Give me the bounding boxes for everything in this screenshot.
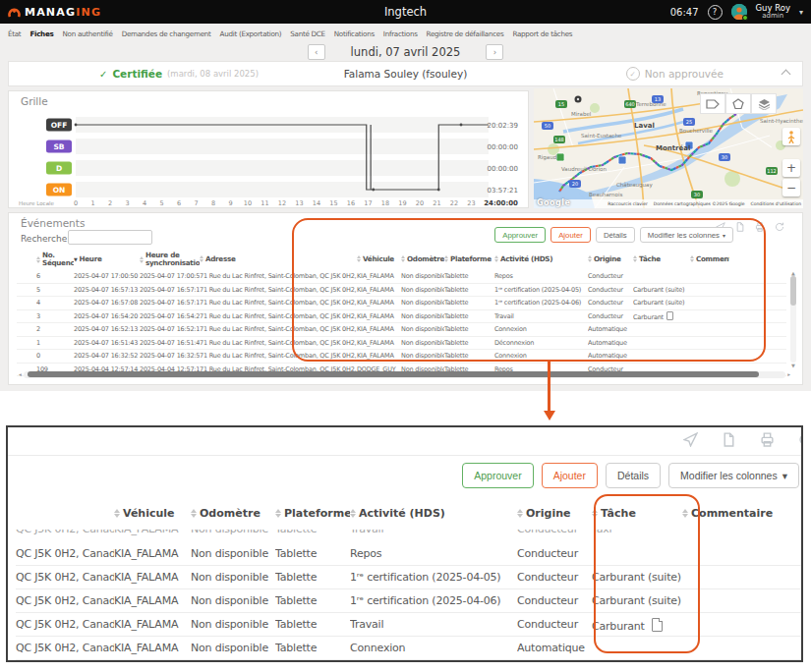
modifier-les-colonnes-button-inset[interactable]: Modifier les colonnes▾ (668, 463, 799, 488)
user-menu[interactable]: Guy Roy admin (756, 4, 790, 20)
table-row[interactable]: 42025-04-07 16:57:082025-04-07 16:57:147… (17, 297, 786, 310)
table-row[interactable]: 32025-04-07 16:54:202025-04-07 16:54:217… (17, 310, 786, 324)
sort-icon[interactable] (357, 255, 361, 262)
pdf-export-icon[interactable] (722, 432, 736, 451)
document-icon[interactable] (666, 311, 673, 320)
column-header-commentaire[interactable]: Commentaire (690, 255, 729, 263)
pdf-export-icon[interactable] (735, 217, 745, 236)
approuver-button-inset[interactable]: Approuver (462, 463, 533, 488)
approuver-button[interactable]: Approuver (494, 227, 546, 243)
print-icon[interactable] (760, 432, 775, 451)
ajouter-button-inset[interactable]: Ajouter (542, 463, 598, 488)
next-day-button[interactable]: › (486, 44, 503, 60)
sort-icon[interactable] (275, 509, 281, 518)
scroll-right-icon[interactable]: ▸ (787, 371, 790, 377)
sort-icon[interactable] (588, 255, 592, 262)
scroll-down-icon[interactable]: ▼ (791, 363, 795, 368)
avatar[interactable] (731, 4, 747, 20)
table-row[interactable]: 22025-04-07 16:52:132025-04-07 16:52:137… (17, 323, 786, 337)
map-label-tool-button[interactable] (700, 93, 725, 114)
d-tails-button-inset[interactable]: Détails (606, 463, 661, 488)
column-header-activite[interactable]: Activité (HDS) (494, 255, 588, 263)
sort-icon[interactable] (682, 509, 688, 518)
nav-item-7[interactable]: Infractions (383, 29, 418, 38)
column-header-origine[interactable]: Origine (588, 255, 633, 263)
column-header-adresse[interactable]: Adresse (200, 255, 357, 263)
map-attribution-link[interactable]: Données cartographiques ©2025 Google (654, 201, 745, 206)
map-attribution-link[interactable]: Conditions d'utilisation (751, 201, 801, 206)
nav-item-0[interactable]: État (8, 29, 21, 38)
sort-icon[interactable] (401, 255, 405, 262)
nav-item-4[interactable]: Audit (Exportation) (220, 29, 282, 38)
ajouter-button[interactable]: Ajouter (550, 227, 591, 243)
inset-table-row[interactable]: QC J5K 0H2, CanadaKIA_FALAMANon disponib… (16, 637, 801, 660)
brand-logo[interactable]: MANAGING (8, 0, 101, 24)
inset-table-row[interactable]: QC J5K 0H2, CanadaKIA_FALAMANon disponib… (16, 542, 801, 566)
table-row[interactable]: 02025-04-07 16:32:522025-04-07 16:32:537… (17, 350, 786, 364)
send-icon[interactable] (683, 432, 698, 451)
refresh-icon[interactable] (775, 217, 784, 236)
sort-icon[interactable] (114, 509, 120, 518)
table-row[interactable]: 62025-04-07 17:00:502025-04-07 17:00:517… (17, 270, 786, 284)
map-polygon-tool-button[interactable] (725, 93, 751, 114)
column-header-plateforme[interactable]: Plateforme (444, 255, 494, 263)
column-header-seq[interactable]: No. Séquence (36, 252, 74, 267)
inset-column-header[interactable]: Origine (517, 507, 592, 520)
sort-icon[interactable] (200, 255, 203, 262)
nav-item-6[interactable]: Notifications (334, 29, 375, 38)
column-header-odometre[interactable]: Odomètre (401, 255, 444, 263)
collapse-chevron-icon[interactable] (782, 71, 790, 79)
inset-table-row[interactable]: QC J5K 0H2, CanadaKIA_FALAMANon disponib… (16, 589, 801, 613)
nav-item-8[interactable]: Registre de défaillances (427, 29, 504, 38)
sort-icon[interactable] (191, 509, 197, 518)
inset-column-header[interactable]: Commentaire (682, 507, 781, 520)
street-view-pegman-button[interactable] (782, 128, 800, 145)
column-header-heure[interactable]: ▼Heure (74, 255, 140, 263)
sort-icon[interactable] (36, 256, 40, 263)
scrollbar-thumb[interactable] (28, 371, 759, 377)
nav-item-1[interactable]: Fiches (29, 29, 53, 38)
horizontal-scrollbar[interactable]: ◂▸ (19, 370, 790, 378)
table-row[interactable]: 12025-04-07 16:51:432025-04-07 16:51:437… (17, 337, 786, 351)
column-header-tache[interactable]: Tâche (633, 255, 690, 263)
inset-table-row[interactable]: QC J5K 0H2, CanadaKIA_FALAMANon disponib… (16, 566, 801, 589)
scroll-left-icon[interactable]: ◂ (19, 371, 22, 377)
vertical-scrollbar[interactable]: ▲▼ (789, 270, 797, 368)
map-zoom-out-button[interactable]: − (782, 179, 800, 196)
map[interactable]: MirabelTerrebonneRepentignyVarennesLaval… (534, 88, 803, 208)
map-zoom-in-button[interactable]: + (782, 159, 800, 177)
inset-column-header[interactable]: Véhicule (114, 507, 191, 520)
inset-column-header[interactable]: Activité (HDS) (350, 507, 517, 520)
inset-table-row[interactable]: QC J5K 0H2, CanadaKIA_FALAMANon disponib… (16, 530, 801, 540)
nav-item-9[interactable]: Rapport de tâches (512, 29, 572, 38)
column-header-sync[interactable]: Heure de synchronisation (140, 252, 200, 267)
sort-icon[interactable] (350, 509, 356, 518)
search-input[interactable] (68, 230, 152, 245)
sort-icon[interactable] (633, 255, 637, 262)
column-header-vehicule[interactable]: Véhicule (357, 255, 401, 263)
sort-icon[interactable] (140, 256, 144, 263)
d-tails-button[interactable]: Détails (596, 227, 635, 243)
nav-item-5[interactable]: Santé DCE (290, 29, 324, 38)
map-attribution-link[interactable]: Raccourcis clavier (608, 201, 648, 206)
print-icon[interactable] (755, 217, 765, 236)
inset-column-header[interactable]: Plateforme (275, 507, 350, 520)
inset-column-header[interactable]: Odomètre (191, 507, 275, 520)
sort-icon[interactable] (690, 255, 694, 262)
prev-day-button[interactable]: ‹ (308, 44, 325, 60)
inset-column-header[interactable]: Tâche (592, 507, 682, 520)
modifier-les-colonnes-button[interactable]: Modifier les colonnes▾ (640, 227, 733, 243)
sort-icon[interactable] (592, 509, 598, 518)
document-icon[interactable] (652, 618, 663, 632)
map-layers-button[interactable] (751, 93, 777, 114)
nav-item-2[interactable]: Non authentifié (63, 29, 113, 38)
sort-icon[interactable] (444, 255, 448, 262)
refresh-icon[interactable] (798, 432, 803, 451)
nav-item-3[interactable]: Demandes de changement (122, 29, 211, 38)
inset-table-row[interactable]: QC J5K 0H2, CanadaKIA_FALAMANon disponib… (16, 613, 801, 637)
sort-icon[interactable] (517, 509, 523, 518)
chevron-down-icon[interactable]: ▾ (799, 8, 803, 17)
table-row[interactable]: 52025-04-07 16:57:132025-04-07 16:57:137… (17, 284, 786, 298)
help-icon[interactable]: ? (708, 5, 723, 20)
sort-icon[interactable] (494, 255, 498, 262)
